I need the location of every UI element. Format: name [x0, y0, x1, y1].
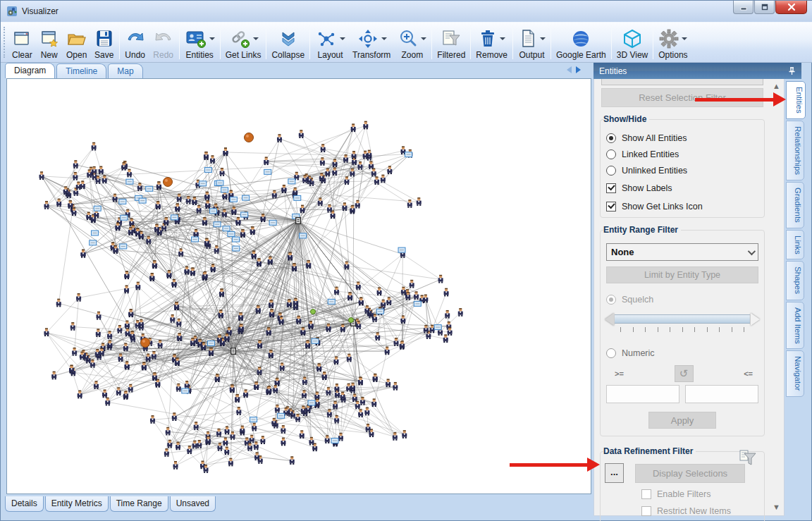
diagram-canvas[interactable]	[6, 78, 591, 494]
numeric-max-input[interactable]	[685, 385, 758, 403]
side-tab-links[interactable]: Links	[786, 230, 804, 260]
refresh-button[interactable]: ↺	[675, 365, 694, 382]
zoom-button[interactable]: Zoom	[394, 23, 430, 62]
filtered-icon	[440, 27, 462, 50]
redo-button[interactable]: Redo	[149, 23, 178, 62]
output-dropdown-arrow[interactable]	[540, 37, 546, 40]
transform-dropdown-arrow[interactable]	[381, 37, 387, 40]
filtered-button[interactable]: Filtered	[433, 23, 469, 62]
google-earth-globe-icon	[570, 27, 591, 50]
open-button[interactable]: Open	[63, 23, 91, 62]
filter-funnel-icon	[739, 449, 757, 466]
layout-dropdown-arrow[interactable]	[340, 37, 345, 40]
limit-by-entity-type-button[interactable]: Limit by Entity Type	[606, 266, 758, 283]
remove-dropdown-arrow[interactable]	[500, 37, 505, 40]
slider-track[interactable]	[615, 314, 750, 324]
pin-icon[interactable]	[788, 67, 796, 75]
radio-unlinked-entities[interactable]: Unlinked Entities	[606, 166, 758, 176]
tab-diagram[interactable]: Diagram	[5, 63, 55, 78]
minimize-button[interactable]	[733, 1, 753, 14]
tab-scroll-left-icon[interactable]	[567, 66, 572, 73]
entity-range-filter-group: Entity Range Filter None Limit by Entity…	[600, 225, 765, 436]
display-selections-button[interactable]: Display Selections	[635, 464, 745, 483]
lte-label: <=	[744, 369, 753, 378]
entity-range-dropdown[interactable]: None	[606, 243, 758, 261]
save-button[interactable]: Save	[91, 23, 118, 62]
collapse-button[interactable]: Collapse	[268, 23, 308, 62]
3d-view-button[interactable]: 3D View	[613, 23, 651, 62]
google-earth-button[interactable]: Google Earth	[553, 23, 610, 62]
checkbox-show-labels[interactable]: Show Labels	[606, 183, 758, 193]
zoom-icon	[398, 27, 419, 50]
options-dropdown-arrow[interactable]	[682, 37, 687, 40]
side-tab-navigator[interactable]: Navigator	[786, 350, 804, 396]
clear-button[interactable]: Clear	[8, 23, 36, 62]
zoom-dropdown-arrow[interactable]	[421, 37, 426, 40]
checkbox-enable-filters[interactable]: Enable Filters	[641, 489, 758, 499]
checkbox-show-get-links-icon[interactable]: Show Get Links Icon	[606, 202, 758, 212]
slider-right-arrow-icon[interactable]	[751, 313, 760, 326]
entities-icon	[185, 27, 207, 50]
side-tab-entities[interactable]: Entities	[786, 81, 806, 119]
output-button[interactable]: Output	[515, 23, 549, 62]
new-icon	[39, 27, 59, 50]
side-tab-add-items[interactable]: Add Items	[786, 302, 804, 350]
tab-unsaved[interactable]: Unsaved	[170, 496, 216, 512]
chevron-down-icon	[748, 247, 756, 255]
panel-scrollbar[interactable]: ▲ ▼	[770, 80, 782, 513]
slider-left-arrow-icon[interactable]	[605, 313, 614, 326]
undo-button[interactable]: Undo	[121, 23, 149, 62]
annotation-arrow-entities-tab	[695, 98, 775, 102]
app-window: Visualizer Clear New Open Save Undo	[0, 0, 812, 521]
app-icon	[6, 6, 18, 17]
refinement-ellipsis-button[interactable]: ...	[605, 463, 624, 483]
partially-scrolled-button[interactable]	[601, 79, 763, 85]
remove-button[interactable]: Remove	[472, 23, 511, 62]
scroll-down-icon[interactable]: ▼	[770, 501, 782, 513]
entities-button[interactable]: Entities	[181, 23, 219, 62]
collapse-icon	[278, 27, 299, 50]
new-button[interactable]: New	[36, 23, 63, 62]
data-refinement-filter-group: Data Refinement Filter ... Display Selec…	[600, 446, 765, 521]
panel-header: Entities	[593, 63, 801, 79]
toolbar: Clear New Open Save Undo Redo Entities	[1, 22, 812, 63]
get-links-button[interactable]: Get Links	[222, 23, 265, 62]
numeric-min-input[interactable]	[606, 385, 679, 403]
toolbar-separator	[431, 25, 432, 59]
get-links-dropdown-arrow[interactable]	[253, 37, 259, 40]
tab-timeline[interactable]: Timeline	[56, 63, 106, 78]
radio-show-all-entities[interactable]: Show All Entities	[606, 133, 758, 143]
entities-dropdown-arrow[interactable]	[209, 37, 215, 40]
network-graph[interactable]	[7, 79, 592, 495]
tab-time-range[interactable]: Time Range	[110, 496, 168, 512]
transform-button[interactable]: Transform	[349, 23, 394, 62]
side-tab-strip: Entities Relationships Gradients Links S…	[786, 81, 807, 398]
checkbox-icon	[641, 489, 651, 499]
close-button[interactable]	[775, 1, 807, 14]
side-tab-shapes[interactable]: Shapes	[786, 261, 804, 300]
tab-details[interactable]: Details	[5, 496, 44, 512]
scroll-up-icon[interactable]: ▲	[770, 80, 782, 92]
toolbar-separator	[179, 25, 180, 59]
apply-button[interactable]: Apply	[648, 412, 716, 429]
radio-linked-entities[interactable]: Linked Entities	[606, 149, 758, 159]
options-button[interactable]: Options	[655, 23, 691, 62]
side-tab-relationships[interactable]: Relationships	[786, 121, 804, 180]
toolbar-separator	[119, 25, 120, 59]
squelch-slider[interactable]	[605, 313, 760, 334]
checkbox-restrict-new-items[interactable]: Restrict New Items	[641, 506, 758, 516]
side-tab-gradients[interactable]: Gradients	[786, 182, 804, 228]
maximize-button[interactable]	[754, 1, 775, 14]
toolbar-separator	[550, 25, 551, 59]
tab-map[interactable]: Map	[108, 63, 142, 78]
radio-icon	[606, 295, 616, 305]
radio-squelch[interactable]: Squelch	[606, 295, 758, 305]
layout-button[interactable]: Layout	[312, 23, 349, 62]
radio-numeric[interactable]: Numeric	[606, 348, 758, 358]
panel-title: Entities	[599, 66, 627, 76]
tab-scroll-right-icon[interactable]	[576, 66, 581, 73]
tab-entity-metrics[interactable]: Entity Metrics	[45, 496, 109, 512]
slider-ticks	[620, 327, 744, 332]
data-refinement-filter-title: Data Refinement Filter	[603, 446, 696, 456]
radio-icon	[606, 149, 616, 159]
